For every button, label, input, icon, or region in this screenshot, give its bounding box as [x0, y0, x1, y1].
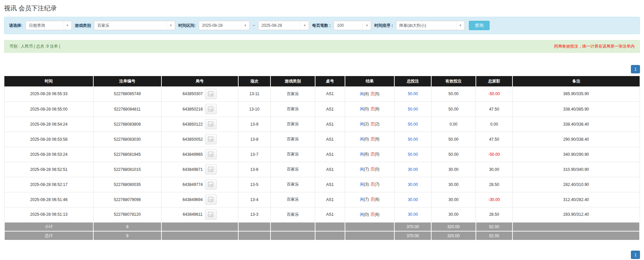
total-row-total-bet: 370.00: [394, 222, 431, 231]
banker-result: 庄: [370, 197, 375, 202]
banker-result: 庄: [370, 91, 375, 96]
total-row-empty: [161, 222, 238, 231]
cell-game-type: 百家乐: [270, 162, 315, 177]
cell-total-bet: 30.00: [394, 192, 431, 207]
cell-game-type: 百家乐: [270, 207, 315, 222]
cell-result: 闲(2)庄(2): [345, 117, 395, 132]
date-from-select[interactable]: 2025-08-28 ▼: [199, 21, 250, 30]
table-row: 2025-08-28 06:54:24 522768083808 6438501…: [4, 117, 640, 132]
column-header: 时间: [4, 76, 93, 86]
date-to-select[interactable]: 2025-08-28 ▼: [258, 21, 309, 30]
video-replay-button[interactable]: [205, 89, 217, 99]
query-type-select[interactable]: 日期查询 ▼: [26, 21, 72, 30]
player-score: (8): [364, 91, 369, 96]
total-bet-link[interactable]: 50.00: [408, 107, 418, 112]
column-header: 注单编号: [93, 76, 161, 86]
total-row-empty: [315, 222, 345, 231]
total-row-empty: [270, 231, 315, 240]
player-score: (6): [364, 152, 369, 156]
cell-total-bet: 30.00: [394, 177, 431, 192]
cell-valid-bet: 50.00: [431, 132, 476, 147]
page-size-select[interactable]: 100 ▼: [334, 21, 371, 30]
table-row: 2025-08-28 06:55:00 522768084811 6438502…: [4, 102, 640, 117]
cell-result: 闲(0)庄(6): [345, 207, 395, 222]
player-result: 闲: [360, 212, 364, 217]
cell-payout: 28.50: [476, 177, 513, 192]
video-replay-button[interactable]: [205, 179, 217, 190]
total-bet-link[interactable]: 30.00: [408, 197, 418, 202]
page-button-1[interactable]: 1: [631, 65, 640, 73]
cell-round-id: 643850122: [161, 117, 238, 132]
video-replay-button[interactable]: [205, 209, 217, 220]
date-from-value: 2025-08-28: [202, 23, 222, 28]
cell-time: 2025-08-28 06:53:24: [4, 147, 93, 162]
total-row-payout: 52.00: [476, 231, 513, 240]
cell-valid-bet: 0.00: [431, 117, 476, 132]
cell-session: 13-9: [238, 117, 271, 132]
total-row-empty: [270, 222, 315, 231]
column-header: 桌号: [315, 76, 345, 86]
cell-table-no: AS1: [315, 177, 345, 192]
table-row: 2025-08-28 06:52:17 522768080035 6438497…: [4, 177, 640, 192]
cell-bet-id: 522768078120: [93, 207, 161, 222]
cell-time: 2025-08-28 06:55:00: [4, 102, 93, 117]
cell-total-bet: 50.00: [394, 102, 431, 117]
total-row-payout: 52.00: [476, 222, 513, 231]
player-score: (3): [364, 182, 369, 187]
cell-remark: 312.40/282.40: [512, 192, 640, 207]
cell-round-id: 643850052: [161, 132, 238, 147]
table-row: 2025-08-28 06:52:51 522768081015 6438498…: [4, 162, 640, 177]
player-result: 闲: [360, 107, 364, 111]
pagination-top: 1: [4, 65, 640, 73]
time-sort-select[interactable]: 降幂(由大到小) ▼: [396, 21, 465, 30]
total-bet-link[interactable]: 30.00: [408, 182, 418, 187]
cell-valid-bet: 30.00: [431, 207, 476, 222]
banker-score: (9): [375, 137, 380, 141]
cell-valid-bet: 30.00: [431, 162, 476, 177]
column-header: 总派彩: [476, 76, 513, 86]
bet-records-table: 时间注单编号局号场次游戏类别桌号结果总投注有效投注总派彩备注 2025-08-2…: [4, 76, 640, 241]
player-result: 闲: [360, 91, 364, 96]
total-bet-link[interactable]: 30.00: [408, 167, 418, 172]
search-button[interactable]: 查询: [469, 21, 490, 30]
video-replay-button[interactable]: [205, 119, 217, 129]
player-score: (2): [364, 122, 369, 126]
total-row-count: 9: [93, 222, 161, 231]
video-replay-button[interactable]: [205, 134, 217, 144]
page-button-1[interactable]: 1: [631, 251, 640, 259]
cell-payout: 47.50: [476, 132, 513, 147]
player-result: 闲: [360, 122, 364, 126]
chevron-down-icon: ▼: [166, 21, 175, 30]
video-replay-button[interactable]: [205, 164, 217, 175]
round-id-text: 643850307: [183, 91, 203, 96]
column-header: 局号: [161, 76, 238, 86]
total-bet-link[interactable]: 50.00: [408, 122, 418, 127]
player-result: 闲: [360, 137, 364, 141]
video-replay-button[interactable]: [205, 149, 217, 159]
round-id-text: 643849694: [183, 197, 203, 202]
total-bet-link[interactable]: 50.00: [408, 91, 418, 96]
cell-payout: 28.50: [476, 207, 513, 222]
total-bet-link[interactable]: 50.00: [408, 137, 418, 142]
cell-remark: 338.40/338.40: [512, 117, 640, 132]
total-bet-link[interactable]: 30.00: [408, 212, 418, 217]
cell-round-id: 643849871: [161, 162, 238, 177]
table-row: 2025-08-28 06:51:46 522768079098 6438496…: [4, 192, 640, 207]
round-id-text: 643849871: [183, 167, 203, 172]
banker-result: 庄: [370, 212, 375, 217]
cell-valid-bet: 30.00: [431, 177, 476, 192]
total-row-empty: [238, 222, 271, 231]
date-range-separator: ~: [253, 23, 255, 28]
table-header-row: 时间注单编号局号场次游戏类别桌号结果总投注有效投注总派彩备注: [4, 76, 640, 86]
table-total-row: 总计 9 370.00 320.00 52.00: [4, 231, 640, 240]
game-type-select[interactable]: 百家乐 ▼: [94, 21, 175, 30]
cell-remark: 338.40/385.90: [512, 102, 640, 117]
video-replay-button[interactable]: [205, 194, 217, 205]
banker-score: (5): [375, 91, 380, 96]
total-bet-link[interactable]: 50.00: [408, 152, 418, 157]
cell-result: 闲(7)庄(6): [345, 192, 395, 207]
video-replay-icon: [208, 106, 214, 112]
cell-table-no: AS1: [315, 207, 345, 222]
video-replay-button[interactable]: [205, 104, 217, 114]
table-row: 2025-08-28 06:53:58 522768083030 6438500…: [4, 132, 640, 147]
